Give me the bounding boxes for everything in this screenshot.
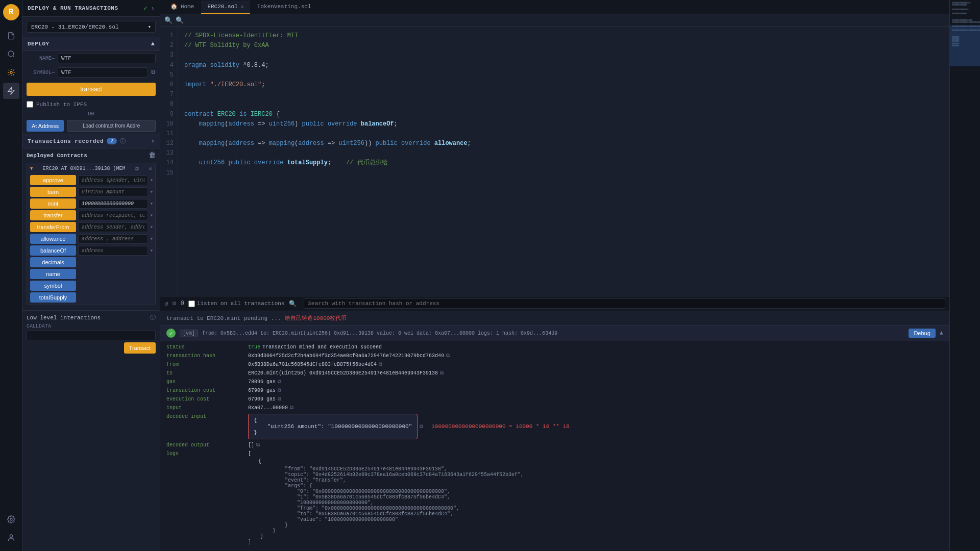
decoded-input-copy-icon[interactable]: ⧉ (420, 424, 423, 430)
zoom-in-icon[interactable]: 🔍 (176, 16, 184, 24)
home-icon: 🏠 (170, 3, 178, 10)
to-copy-icon[interactable]: ⧉ (440, 370, 444, 376)
input-val: 0xa07...00000 ⧉ (248, 404, 943, 412)
txn-count-badge: 2 (107, 138, 117, 144)
info-icon[interactable]: ⓘ (120, 137, 126, 145)
file-selector[interactable]: ERC20 - 31_ERC20/ERC20.sol ▾ (27, 21, 156, 33)
transferfrom-button[interactable]: transferFrom (30, 222, 76, 232)
editor-area: 🏠 Home ERC20.sol ✕ TokenVesting.sol 🔍 🔍 … (160, 0, 949, 296)
check-icon: ✓ (143, 4, 148, 12)
calldata-input[interactable] (27, 331, 156, 340)
burn-button[interactable]: burn (30, 187, 76, 197)
tab-tokenvesting-label: TokenVesting.sol (257, 4, 311, 10)
decoded-output-value: [] (248, 442, 254, 448)
from-copy-icon[interactable]: ⧉ (379, 362, 382, 367)
txn-clear-icon[interactable]: ⊘ (173, 299, 177, 308)
allowance-button[interactable]: allowance (30, 234, 76, 244)
transact-button[interactable]: transact (27, 83, 156, 96)
calldata-label: CALLDATA (27, 323, 156, 329)
from-val: 0x5B38Da6a701c568545dCfc803fcB875f56be4d… (248, 360, 943, 369)
balanceof-button[interactable]: balanceOf (30, 245, 76, 256)
to-key: to (166, 369, 248, 378)
listen-label: listen on all transactions (197, 300, 285, 307)
approve-input[interactable] (78, 176, 148, 185)
decoded-output-copy-icon[interactable]: ⧉ (256, 442, 260, 448)
txn-list: ✓ [vm] from: 0x5B3...edd4 to: ERC20.mint… (160, 325, 949, 551)
logs-content: "from": "0xd9145CCE52D386E254917e481eB44… (248, 466, 524, 545)
delete-icon[interactable]: 🗑 (149, 152, 156, 160)
name-input[interactable] (58, 53, 156, 63)
nav-plugin-icon[interactable] (3, 64, 19, 81)
deploy-panel-title: DEPLOY & RUN TRANSACTIONS (28, 5, 118, 11)
nav-deploy-icon[interactable] (3, 83, 19, 99)
transferfrom-input[interactable] (78, 222, 148, 232)
tab-home[interactable]: 🏠 Home (164, 0, 200, 14)
name-button[interactable]: name (30, 269, 76, 279)
contract-item-header[interactable]: ▼ ERC20 AT 0XD91...39138 (MEM ⧉ ✕ (27, 163, 155, 174)
nav-settings-bottom-icon[interactable] (3, 511, 19, 528)
nav-search-icon[interactable] (3, 46, 19, 62)
symbol-input[interactable] (58, 67, 148, 78)
or-divider: OR (22, 110, 160, 118)
approve-btn-row: approve ▾ (30, 175, 152, 185)
txn-expand-icon[interactable]: › (151, 138, 155, 145)
burn-chevron-icon[interactable]: ▾ (150, 189, 153, 195)
mint-input[interactable] (78, 199, 148, 209)
zoom-out-icon[interactable]: 🔍 (164, 16, 173, 24)
allowance-input[interactable] (78, 234, 148, 244)
at-address-button[interactable]: At Address (27, 120, 64, 132)
approve-chevron-icon[interactable]: ▾ (150, 177, 153, 183)
deploy-collapse-icon[interactable]: ▲ (151, 40, 155, 47)
tab-erc20-close-icon[interactable]: ✕ (241, 4, 244, 10)
execost-copy-icon[interactable]: ⧉ (278, 396, 281, 402)
mint-button[interactable]: mint (30, 198, 76, 209)
contract-delete-icon[interactable]: ✕ (149, 165, 152, 172)
balanceof-input[interactable] (78, 246, 148, 256)
txhash-copy-icon[interactable]: ⧉ (446, 353, 450, 359)
deployed-contracts-header: Deployed Contracts 🗑 (27, 152, 156, 160)
low-level-transact-button[interactable]: Transact (124, 342, 156, 354)
gas-copy-icon[interactable]: ⧉ (278, 379, 281, 385)
listen-checkbox[interactable] (188, 300, 195, 307)
tab-tokenvesting[interactable]: TokenVesting.sol (251, 1, 317, 14)
copy-icon[interactable]: ⧉ (151, 69, 156, 76)
transactions-recorded-header: Transactions recorded 2 ⓘ › (22, 134, 160, 148)
logs-open-bracket: [ (248, 451, 251, 457)
gas-value: 78096 gas (248, 379, 276, 385)
contract-copy-icon[interactable]: ⧉ (135, 166, 139, 172)
nav-files-icon[interactable] (3, 28, 19, 44)
load-contract-button[interactable]: Load contract from Addre (67, 120, 156, 132)
decoded-annotation: 1000000000000000000000 = 10000 * 10 ** 1… (431, 423, 570, 430)
mint-chevron-icon[interactable]: ▾ (150, 201, 153, 207)
nav-admin-icon[interactable] (3, 530, 19, 546)
txn-refresh-icon[interactable]: ↺ (164, 299, 168, 308)
txcost-copy-icon[interactable]: ⧉ (278, 388, 281, 393)
balanceof-chevron-icon[interactable]: ▾ (150, 247, 153, 254)
approve-button[interactable]: approve (30, 175, 76, 185)
burn-input[interactable] (78, 187, 148, 197)
mint-btn-row: mint ▾ (30, 198, 152, 209)
transfer-button[interactable]: transfer (30, 210, 76, 220)
search-input[interactable] (308, 300, 941, 307)
transfer-chevron-icon[interactable]: ▾ (150, 212, 153, 218)
txn-pending-row: transact to ERC20.mint pending ... 给自己铸造… (160, 311, 949, 325)
symbol-button[interactable]: symbol (30, 281, 76, 291)
input-copy-icon[interactable]: ⧉ (290, 405, 293, 411)
decoded-input-key: decoded input (166, 412, 248, 441)
status-key: status (166, 343, 248, 352)
status-value: true (248, 344, 260, 350)
search-magnify-icon: 🔍 (289, 300, 297, 308)
decimals-button[interactable]: decimals (30, 257, 76, 267)
allowance-chevron-icon[interactable]: ▾ (150, 236, 153, 242)
contract-expand-icon: ▼ (30, 166, 33, 171)
totalsupply-button[interactable]: totalSupply (30, 292, 76, 303)
transferfrom-chevron-icon[interactable]: ▾ (150, 224, 153, 230)
debug-button[interactable]: Debug (909, 329, 935, 338)
expand-icon[interactable]: › (151, 5, 155, 12)
tab-erc20[interactable]: ERC20.sol ✕ (201, 1, 250, 14)
publish-ipfs-checkbox[interactable] (27, 101, 33, 108)
low-level-info-icon[interactable]: ⓘ (150, 314, 156, 321)
search-box (304, 298, 946, 309)
txn-collapse-icon[interactable]: ▲ (940, 330, 943, 337)
transfer-input[interactable] (78, 211, 148, 220)
